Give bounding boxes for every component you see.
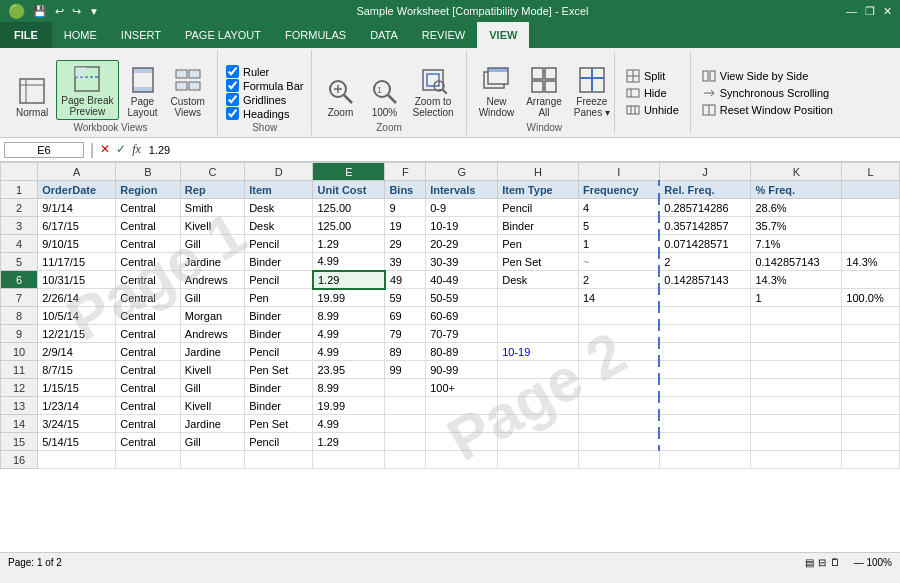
cell-C13[interactable]: Kivell [180, 397, 244, 415]
cell-C2[interactable]: Smith [180, 199, 244, 217]
cell-B15[interactable]: Central [116, 433, 181, 451]
hide-button[interactable]: Hide [623, 85, 682, 101]
cell-L3[interactable] [842, 217, 900, 235]
cell-F11[interactable]: 99 [385, 361, 426, 379]
cell-L9[interactable] [842, 325, 900, 343]
cell-A7[interactable]: 2/26/14 [38, 289, 116, 307]
cell-B9[interactable]: Central [116, 325, 181, 343]
cell-F9[interactable]: 79 [385, 325, 426, 343]
cell-D1[interactable]: Item [245, 181, 313, 199]
cell-F10[interactable]: 89 [385, 343, 426, 361]
cell-F8[interactable]: 69 [385, 307, 426, 325]
cell-C12[interactable]: Gill [180, 379, 244, 397]
cell-A4[interactable]: 9/10/15 [38, 235, 116, 253]
formula-input[interactable] [145, 143, 896, 157]
cell-B11[interactable]: Central [116, 361, 181, 379]
cell-A11[interactable]: 8/7/15 [38, 361, 116, 379]
cell-C8[interactable]: Morgan [180, 307, 244, 325]
cell-H4[interactable]: Pen [498, 235, 579, 253]
cell-D11[interactable]: Pen Set [245, 361, 313, 379]
cell-I2[interactable]: 4 [578, 199, 659, 217]
cell-C9[interactable]: Andrews [180, 325, 244, 343]
cell-D4[interactable]: Pencil [245, 235, 313, 253]
cell-B2[interactable]: Central [116, 199, 181, 217]
cell-I11[interactable] [578, 361, 659, 379]
cell-I15[interactable] [578, 433, 659, 451]
tab-pagelayout[interactable]: PAGE LAYOUT [173, 22, 273, 48]
cell-E11[interactable]: 23.95 [313, 361, 385, 379]
synchronous-scrolling-button[interactable]: Synchronous Scrolling [699, 85, 836, 101]
tab-home[interactable]: HOME [52, 22, 109, 48]
cell-H13[interactable] [498, 397, 579, 415]
cell-D14[interactable]: Pen Set [245, 415, 313, 433]
cell-K2[interactable]: 28.6% [751, 199, 842, 217]
cell-A14[interactable]: 3/24/15 [38, 415, 116, 433]
cell-I1[interactable]: Frequency [578, 181, 659, 199]
cell-F5[interactable]: 39 [385, 253, 426, 271]
cell-K11[interactable] [751, 361, 842, 379]
cell-B4[interactable]: Central [116, 235, 181, 253]
cell-L8[interactable] [842, 307, 900, 325]
cell-A1[interactable]: OrderDate [38, 181, 116, 199]
cell-K6[interactable]: 14.3% [751, 271, 842, 289]
cell-K8[interactable] [751, 307, 842, 325]
unhide-button[interactable]: Unhide [623, 102, 682, 118]
cell-J7[interactable] [659, 289, 751, 307]
cell-J9[interactable] [659, 325, 751, 343]
cell-L5[interactable]: 14.3% [842, 253, 900, 271]
cell-G4[interactable]: 20-29 [426, 235, 498, 253]
cell-A5[interactable]: 11/17/15 [38, 253, 116, 271]
cell-A6[interactable]: 10/31/15 [38, 271, 116, 289]
cell-K1[interactable]: % Freq. [751, 181, 842, 199]
cell-E4[interactable]: 1.29 [313, 235, 385, 253]
col-header-J[interactable]: J [659, 163, 751, 181]
cell-J4[interactable]: 0.071428571 [659, 235, 751, 253]
ruler-check[interactable]: Ruler [226, 65, 269, 78]
cell-G12[interactable]: 100+ [426, 379, 498, 397]
pagebreak-preview-button[interactable]: Page BreakPreview [56, 60, 118, 120]
cell-D16[interactable] [245, 451, 313, 469]
cell-H3[interactable]: Binder [498, 217, 579, 235]
cell-L2[interactable] [842, 199, 900, 217]
tab-view[interactable]: VIEW [477, 22, 529, 48]
cell-I14[interactable] [578, 415, 659, 433]
cell-B14[interactable]: Central [116, 415, 181, 433]
normal-view-status-icon[interactable]: ▤ [805, 557, 814, 568]
cell-C4[interactable]: Gill [180, 235, 244, 253]
cell-A9[interactable]: 12/21/15 [38, 325, 116, 343]
cell-H1[interactable]: Item Type [498, 181, 579, 199]
cell-F4[interactable]: 29 [385, 235, 426, 253]
cell-I8[interactable] [578, 307, 659, 325]
cell-reference-box[interactable] [4, 142, 84, 158]
cell-A2[interactable]: 9/1/14 [38, 199, 116, 217]
row-header-3[interactable]: 3 [1, 217, 38, 235]
headings-check[interactable]: Headings [226, 107, 289, 120]
row-header-14[interactable]: 14 [1, 415, 38, 433]
cell-K12[interactable] [751, 379, 842, 397]
confirm-formula-icon[interactable]: ✓ [116, 142, 126, 157]
cell-G8[interactable]: 60-69 [426, 307, 498, 325]
col-header-D[interactable]: D [245, 163, 313, 181]
pagelayout-view-status-icon[interactable]: 🗒 [830, 557, 840, 568]
cell-F14[interactable] [385, 415, 426, 433]
cell-E13[interactable]: 19.99 [313, 397, 385, 415]
close-button[interactable]: ✕ [883, 5, 892, 18]
cell-K3[interactable]: 35.7% [751, 217, 842, 235]
cell-F3[interactable]: 19 [385, 217, 426, 235]
cell-C1[interactable]: Rep [180, 181, 244, 199]
cell-H11[interactable] [498, 361, 579, 379]
cell-G15[interactable] [426, 433, 498, 451]
cell-E10[interactable]: 4.99 [313, 343, 385, 361]
cell-G2[interactable]: 0-9 [426, 199, 498, 217]
cell-H6[interactable]: Desk [498, 271, 579, 289]
minimize-button[interactable]: — [846, 5, 857, 18]
col-header-L[interactable]: L [842, 163, 900, 181]
cell-L10[interactable] [842, 343, 900, 361]
zoom100-button[interactable]: 1 100% [364, 73, 404, 120]
cell-H5[interactable]: Pen Set [498, 253, 579, 271]
cell-E9[interactable]: 4.99 [313, 325, 385, 343]
cell-A8[interactable]: 10/5/14 [38, 307, 116, 325]
tab-file[interactable]: FILE [0, 22, 52, 48]
col-header-G[interactable]: G [426, 163, 498, 181]
row-header-7[interactable]: 7 [1, 289, 38, 307]
